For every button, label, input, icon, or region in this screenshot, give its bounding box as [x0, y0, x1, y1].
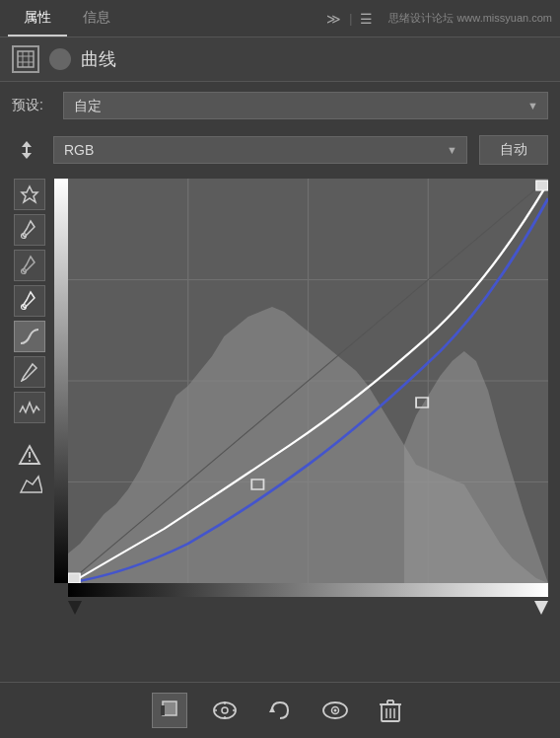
eye-visibility-icon — [322, 701, 348, 720]
eyedropper-black-btn[interactable] — [14, 214, 45, 246]
eye-visibility-btn[interactable] — [317, 693, 353, 728]
svg-marker-6 — [22, 141, 32, 147]
warning-btn[interactable] — [14, 439, 45, 471]
graph-wrapper — [54, 179, 548, 583]
selection-icon — [159, 700, 180, 721]
horizontal-gradient — [68, 583, 548, 597]
curve-tool-btn[interactable] — [14, 321, 45, 352]
hand-tool-btn[interactable] — [14, 179, 45, 210]
warning-icon — [18, 444, 41, 466]
vertical-gradient — [54, 179, 68, 583]
tab-info[interactable]: 信息 — [67, 1, 126, 37]
channel-select[interactable]: RGB 红 绿 蓝 — [53, 136, 467, 164]
spacer — [0, 632, 560, 682]
curves-grid-icon — [12, 45, 39, 73]
preset-select-wrapper: 自定 默认 线性 — [63, 92, 548, 119]
graph-area — [68, 179, 548, 583]
watermark-text: 思绪设计论坛 www.missyuan.com — [388, 11, 552, 26]
control-point-1[interactable] — [68, 573, 80, 583]
preset-label: 预设: — [12, 97, 51, 114]
histogram-path2 — [404, 351, 548, 583]
menu-icon[interactable]: ☰ — [360, 11, 373, 27]
svg-marker-31 — [269, 706, 275, 712]
pencil-tool-btn[interactable] — [14, 356, 45, 388]
circle-icon — [49, 48, 71, 70]
preset-select[interactable]: 自定 默认 线性 — [63, 92, 548, 119]
reset-icon — [268, 699, 292, 722]
histogram-btn[interactable] — [14, 469, 45, 500]
eyedropper-gray-icon — [21, 255, 38, 276]
pencil-icon — [21, 362, 38, 382]
channel-row: RGB 红 绿 蓝 自动 — [0, 129, 560, 171]
preset-row: 预设: 自定 默认 线性 — [0, 82, 560, 129]
panel-title-row: 曲线 — [0, 37, 560, 82]
selection-tool-btn[interactable] — [152, 693, 187, 728]
reset-btn[interactable] — [262, 693, 298, 728]
channel-select-wrapper: RGB 红 绿 蓝 — [53, 136, 467, 164]
bottom-toolbar — [0, 682, 560, 738]
svg-rect-24 — [161, 705, 165, 715]
svg-rect-0 — [18, 51, 34, 67]
svg-marker-21 — [68, 601, 82, 615]
svg-marker-7 — [22, 153, 32, 159]
svg-marker-22 — [534, 601, 548, 615]
curve-icon — [19, 326, 40, 347]
arrows-icon — [14, 139, 39, 161]
eye-target-icon — [212, 700, 238, 721]
slider-row — [68, 597, 548, 625]
main-area — [0, 171, 560, 632]
tab-attributes[interactable]: 属性 — [8, 1, 67, 37]
smooth-tool-btn[interactable] — [14, 392, 45, 423]
toolbar — [12, 179, 46, 625]
panel-body: 曲线 预设: 自定 默认 线性 RGB 红 绿 蓝 — [0, 37, 560, 738]
curve-svg — [68, 179, 548, 583]
channel-icon — [12, 135, 41, 165]
white-triangle-icon — [534, 601, 548, 615]
trash-icon — [380, 698, 401, 723]
svg-marker-14 — [21, 477, 42, 492]
smooth-icon — [19, 399, 40, 416]
eyedropper-white-icon — [21, 290, 38, 312]
histogram-icon — [17, 475, 42, 494]
svg-point-25 — [214, 702, 236, 718]
svg-point-26 — [222, 707, 228, 713]
curve-canvas — [54, 179, 548, 625]
tab-bar-right: ≫ | ☰ 思绪设计论坛 www.missyuan.com — [326, 11, 552, 27]
expand-icon[interactable]: ≫ — [326, 11, 341, 27]
white-triangle[interactable] — [534, 601, 548, 619]
hand-icon — [20, 184, 39, 204]
eyedropper-black-icon — [21, 219, 38, 241]
panel-title-text: 曲线 — [81, 47, 116, 71]
bottom-gradient-row — [68, 583, 548, 597]
grid-svg — [17, 50, 35, 68]
auto-button[interactable]: 自动 — [479, 135, 548, 165]
slider-container — [68, 601, 548, 621]
eyedropper-gray-btn[interactable] — [14, 250, 45, 281]
tab-bar: 属性 信息 ≫ | ☰ 思绪设计论坛 www.missyuan.com — [0, 0, 560, 37]
delete-btn[interactable] — [373, 693, 408, 728]
control-point-4[interactable] — [536, 181, 548, 190]
black-triangle-icon — [68, 601, 82, 615]
svg-rect-23 — [163, 701, 176, 715]
eye-target-btn[interactable] — [207, 693, 243, 728]
black-triangle[interactable] — [68, 601, 82, 619]
eyedropper-white-btn[interactable] — [14, 285, 45, 317]
divider: | — [349, 12, 352, 26]
svg-point-13 — [29, 460, 31, 462]
svg-point-34 — [334, 709, 337, 712]
